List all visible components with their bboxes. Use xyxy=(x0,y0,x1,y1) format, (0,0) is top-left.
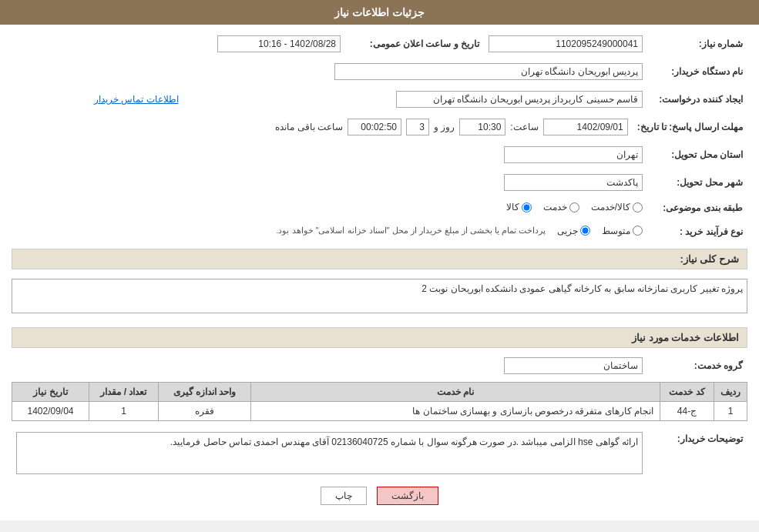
print-button[interactable]: چاپ xyxy=(321,487,367,505)
response-deadline-label: مهلت ارسال پاسخ: تا تاریخ: xyxy=(633,115,747,139)
category-kala-khedmat-option[interactable]: کالا/خدمت xyxy=(591,202,643,212)
response-remaining: 00:02:50 xyxy=(348,119,401,136)
process-jazei-label: جزیی xyxy=(557,226,578,236)
category-kala-khedmat-label: کالا/خدمت xyxy=(591,202,630,212)
col-qty: تعداد / مقدار xyxy=(89,383,159,402)
announce-date-value: 1402/08/28 - 10:16 xyxy=(217,35,341,52)
process-note: پرداخت تمام یا بخشی از مبلغ خریدار از مح… xyxy=(276,226,546,236)
need-number-value: 1102095249000041 xyxy=(489,35,643,52)
page-title: جزئیات اطلاعات نیاز xyxy=(334,6,425,18)
cell-unit: فقره xyxy=(159,402,251,421)
creator-value: قاسم حسینی کاربرداز پردیس ابوریحان دانشگ… xyxy=(396,91,643,108)
category-label: طبقه بندی موضوعی: xyxy=(647,199,747,218)
process-motavasset-label: متوسط xyxy=(602,226,630,236)
cell-date: 1402/09/04 xyxy=(12,402,89,421)
service-group-value: ساختمان xyxy=(504,357,643,374)
description-box: پروژه تغییر کاربری نمازخانه سابق به کارخ… xyxy=(12,279,747,313)
response-time-label: ساعت: xyxy=(510,122,538,132)
response-time: 10:30 xyxy=(459,119,505,136)
process-motavasset-option[interactable]: متوسط xyxy=(602,226,643,236)
cell-row: 1 xyxy=(714,402,747,421)
col-unit: واحد اندازه گیری xyxy=(159,383,251,402)
service-group-label: گروه خدمت: xyxy=(647,354,747,377)
services-table: ردیف کد خدمت نام خدمت واحد اندازه گیری ت… xyxy=(12,382,747,421)
response-remaining-label: ساعت باقی مانده xyxy=(275,122,343,132)
col-code: کد خدمت xyxy=(660,383,714,402)
buttons-row: بازگشت چاپ xyxy=(12,487,747,505)
process-label: نوع فرآیند خرید : xyxy=(647,223,747,242)
col-name: نام خدمت xyxy=(251,383,660,402)
cell-name: انجام کارهای متفرقه درخصوص بازسازی و بهس… xyxy=(251,402,660,421)
response-days-label: روز و xyxy=(434,122,455,132)
delivery-city-label: شهر محل تحویل: xyxy=(647,171,747,194)
buyer-notes-label: توضیحات خریدار: xyxy=(647,429,747,477)
contact-link[interactable]: اطلاعات تماس خریدار xyxy=(94,94,179,105)
col-row: ردیف xyxy=(714,383,747,402)
category-kala-label: کالا xyxy=(506,202,519,212)
page-header: جزئیات اطلاعات نیاز xyxy=(0,0,759,25)
buyer-org-label: نام دستگاه خریدار: xyxy=(647,60,747,83)
buyer-org-value: پردیس ابوریحان دانشگاه تهران xyxy=(334,63,643,80)
buyer-notes-box: ارائه گواهی hse الزامی میباشد .در صورت ه… xyxy=(16,432,643,474)
delivery-province-label: استان محل تحویل: xyxy=(647,143,747,166)
creator-label: ایجاد کننده درخواست: xyxy=(647,88,747,111)
table-row: 1 ج-44 انجام کارهای متفرقه درخصوص بازساز… xyxy=(12,402,747,421)
category-khedmat-label: خدمت xyxy=(543,202,567,212)
delivery-province-value: تهران xyxy=(504,146,643,163)
announce-date-label: تاریخ و ساعت اعلان عمومی: xyxy=(345,32,484,55)
cell-qty: 1 xyxy=(89,402,159,421)
description-section-title: شرح کلی نیاز: xyxy=(12,249,747,269)
cell-code: ج-44 xyxy=(660,402,714,421)
category-kala-option[interactable]: کالا xyxy=(506,202,532,212)
col-date: تاریخ نیاز xyxy=(12,383,89,402)
back-button[interactable]: بازگشت xyxy=(377,487,438,505)
category-khedmat-option[interactable]: خدمت xyxy=(543,202,579,212)
delivery-city-value: پاکدشت xyxy=(504,174,643,191)
response-days: 3 xyxy=(406,119,429,136)
process-jazei-option[interactable]: جزیی xyxy=(557,226,590,236)
need-number-label: شماره نیاز: xyxy=(647,32,747,55)
services-section-title: اطلاعات خدمات مورد نیاز xyxy=(12,327,747,348)
response-date: 1402/09/01 xyxy=(543,119,628,136)
